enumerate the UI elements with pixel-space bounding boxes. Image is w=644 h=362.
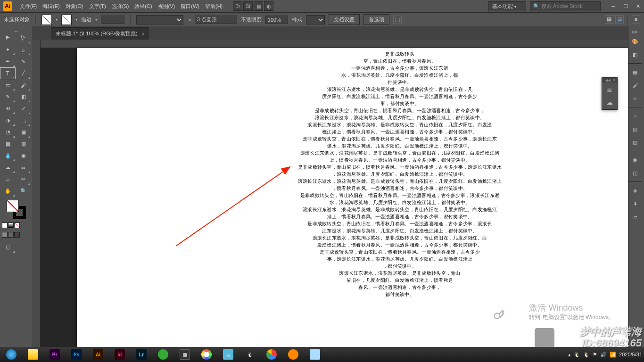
menu-文字(T)[interactable]: 文字(T) (86, 1, 109, 11)
gradient-panel-icon[interactable]: ▥ (628, 123, 642, 136)
width-tool[interactable]: ⬗ (0, 115, 16, 126)
shaper-tool[interactable]: ✎ (0, 91, 16, 103)
taskbar-app3-icon[interactable] (197, 348, 216, 361)
lasso-tool[interactable]: ⌕ (16, 44, 31, 56)
taskbar-chrome-icon[interactable] (262, 348, 281, 361)
taskbar-app4-icon[interactable]: ☁ (219, 348, 238, 361)
layers-panel-icon[interactable]: ◈ (628, 184, 642, 197)
asset-export-icon[interactable]: ⬇ (628, 197, 642, 210)
blend-tool[interactable]: ◉ (16, 150, 31, 162)
taskbar-premiere-icon[interactable]: Pr (45, 348, 64, 361)
type-tool[interactable]: T (0, 67, 16, 79)
taskbar-app6-icon[interactable] (305, 348, 324, 361)
gradient-mode-icon[interactable] (8, 222, 14, 228)
opacity-input[interactable] (265, 16, 288, 24)
eraser-tool[interactable]: ◧ (16, 91, 31, 103)
dock-collapse-icon[interactable]: ▶▶ (628, 28, 642, 35)
zoom-tool[interactable]: 🔍 (16, 185, 31, 197)
taskbar-photoshop-icon[interactable]: Ps (67, 348, 86, 361)
draw-inside-icon[interactable] (14, 232, 20, 238)
doc-setup-button[interactable]: 文档设置 (329, 14, 360, 25)
maximize-icon[interactable]: ☐ (622, 3, 629, 9)
prefs-button[interactable]: 首选项 (363, 14, 389, 25)
tray-qq2-icon[interactable]: 🐧 (583, 352, 590, 358)
graphic-styles-icon[interactable]: ◫ (628, 166, 642, 180)
taskbar-app2-icon[interactable]: ▦ (175, 348, 194, 361)
slice-tool[interactable]: ✂ (16, 173, 31, 185)
transform-icon[interactable]: ▤ (615, 15, 624, 24)
taskbar-app5-icon[interactable] (284, 348, 303, 361)
panel-collapse-icon[interactable]: ◀◀ (605, 78, 611, 82)
taskbar-app1-icon[interactable] (154, 348, 173, 361)
shape-builder-tool[interactable]: ◔ (0, 126, 16, 138)
screen-mode-icon[interactable]: ▢ (0, 241, 16, 253)
stroke-weight-input[interactable] (101, 16, 124, 24)
tray-network-icon[interactable]: 🔊 (600, 352, 607, 358)
rotate-tool[interactable]: ⟲ (0, 103, 16, 115)
color-panel-icon[interactable]: 🎨 (628, 35, 642, 48)
taskbar-explorer-icon[interactable] (24, 348, 42, 361)
pen-tool[interactable]: ✒ (0, 56, 16, 67)
magic-wand-tool[interactable]: ✦ (0, 44, 16, 56)
hand-tool[interactable]: ✋ (0, 185, 16, 197)
draw-behind-icon[interactable] (8, 232, 14, 238)
search-input[interactable]: 🔍 搜索 Adobe Stock (530, 1, 601, 11)
graph-tool[interactable]: ▪▪ (16, 162, 31, 173)
taskbar-tray[interactable]: ▴ 🐧 🐧 ⚑ 🔊 📶 2020/5/31 (568, 352, 642, 358)
align-pixel-icon[interactable]: ▦ (605, 15, 613, 24)
rectangle-tool[interactable]: ▭ (0, 79, 16, 91)
appearance-panel-icon[interactable]: ◉ (628, 153, 642, 166)
gpu-icon[interactable]: ◐ (264, 1, 273, 11)
panel-menu-icon[interactable]: ≡ (632, 15, 640, 24)
taskbar-browser-icon[interactable] (2, 348, 21, 361)
style-select[interactable] (306, 15, 325, 25)
eyedropper-tool[interactable]: 💧 (0, 150, 16, 162)
brushes-panel-icon[interactable]: 🖌 (628, 79, 642, 92)
arrange-icon[interactable]: ▦ (254, 1, 263, 11)
selection-tool[interactable] (0, 32, 16, 44)
workspace-select[interactable]: 基本功能 ▾ (488, 1, 526, 11)
transparency-panel-icon[interactable]: ▨ (628, 136, 642, 149)
artboard-tool[interactable]: ▱ (0, 173, 16, 185)
scale-tool[interactable]: ⤢ (16, 103, 31, 115)
taskbar-qq-icon[interactable]: 🐧 (240, 348, 259, 361)
perspective-tool[interactable]: ▦ (16, 126, 31, 138)
artboards-panel-icon[interactable]: ▱ (628, 210, 642, 223)
profile-select[interactable] (136, 15, 183, 25)
tray-date[interactable]: 2020/5/31 (619, 352, 642, 357)
free-transform-tool[interactable]: ⬚ (16, 115, 31, 126)
tray-up-icon[interactable]: ▴ (568, 352, 571, 358)
brush-input[interactable] (195, 16, 237, 24)
stock-icon[interactable]: St (243, 1, 253, 11)
symbol-sprayer-tool[interactable]: ☁ (0, 162, 16, 173)
panel-close-icon[interactable]: ✕ (612, 78, 616, 82)
line-tool[interactable]: ╱ (16, 67, 31, 79)
tab-close-icon[interactable]: × (141, 31, 144, 37)
color-guide-icon[interactable]: ◧ (628, 48, 642, 61)
swatches-panel-icon[interactable]: ▦ (628, 66, 642, 79)
none-mode-icon[interactable] (14, 222, 20, 228)
taskbar-indesign-icon[interactable]: Id (110, 348, 129, 361)
taskbar-illustrator-icon[interactable]: Ai (89, 348, 107, 361)
floating-panel[interactable]: ◀◀✕ ≣ ☁ (602, 77, 618, 110)
color-mode-icon[interactable] (2, 222, 8, 228)
paintbrush-tool[interactable]: 🖌 (16, 79, 31, 91)
libraries-panel-icon[interactable]: ☁ (604, 97, 615, 108)
taskbar-lightroom-icon[interactable]: Lr (132, 348, 151, 361)
area-type-object[interactable]: 是非成败转头空，青山依旧在，惯看秋月春风。一壶浊酒喜相逢，古今多少事，滚滚长江东… (277, 50, 522, 298)
tray-wifi-icon[interactable]: 📶 (610, 352, 616, 358)
menu-效果(C)[interactable]: 效果(C) (132, 1, 155, 11)
fill-swatch[interactable] (41, 15, 52, 25)
properties-panel-icon[interactable]: ≣ (604, 84, 615, 95)
tray-qq1-icon[interactable]: 🐧 (574, 352, 580, 358)
bridge-icon[interactable]: Br (233, 1, 242, 11)
draw-normal-icon[interactable] (2, 232, 8, 238)
fill-stroke-control[interactable] (7, 200, 25, 219)
document-tab[interactable]: 未标题-1* @ 100% (RGB/像素预览) × (51, 27, 149, 40)
menu-编辑(E)[interactable]: 编辑(E) (40, 1, 63, 11)
menu-选择(S)[interactable]: 选择(S) (109, 1, 132, 11)
close-icon[interactable]: ✕ (635, 3, 641, 9)
symbols-panel-icon[interactable]: ☆ (628, 92, 642, 105)
tray-flag-icon[interactable]: ⚑ (593, 352, 597, 358)
menu-对象(O)[interactable]: 对象(O) (63, 1, 86, 11)
